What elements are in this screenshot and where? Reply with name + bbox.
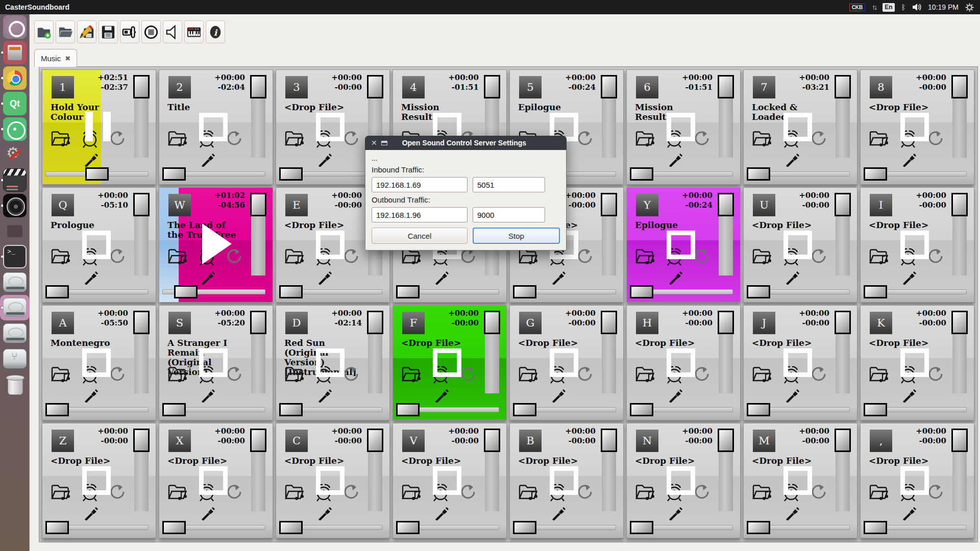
seek-handle[interactable]	[864, 285, 887, 298]
seek-handle[interactable]	[279, 167, 303, 181]
load-file-icon[interactable]	[283, 482, 306, 502]
seek-slider[interactable]	[864, 167, 967, 181]
sound-tile-I[interactable]: I +00:00 -00:00 <Drop File>	[860, 187, 974, 303]
color-picker-icon[interactable]	[551, 388, 566, 403]
volume-slider[interactable]	[251, 311, 265, 393]
seek-slider[interactable]	[396, 403, 499, 417]
volume-slider[interactable]	[952, 193, 967, 276]
volume-handle[interactable]	[133, 193, 150, 216]
volume-handle[interactable]	[951, 311, 968, 334]
color-picker-icon[interactable]	[785, 270, 800, 285]
launcher-item-usb-drive[interactable]	[0, 346, 30, 371]
bluetooth-icon[interactable]: ᛒ	[901, 3, 905, 11]
color-picker-icon[interactable]	[317, 506, 332, 520]
seek-slider[interactable]	[279, 285, 382, 299]
load-file-icon[interactable]	[634, 128, 656, 148]
sound-tile-K[interactable]: K +00:00 -00:00 <Drop File>	[860, 305, 974, 420]
volume-handle[interactable]	[133, 75, 150, 98]
color-picker-icon[interactable]	[785, 506, 800, 520]
volume-slider[interactable]	[602, 311, 616, 393]
color-picker-icon[interactable]	[434, 388, 449, 403]
sound-tile-V[interactable]: V +00:00 -00:00 <Drop File>	[393, 423, 507, 538]
volume-slider[interactable]	[952, 311, 967, 393]
seek-slider[interactable]	[513, 403, 616, 417]
color-picker-icon[interactable]	[668, 388, 683, 403]
seek-slider[interactable]	[279, 520, 382, 535]
color-picker-icon[interactable]	[83, 388, 99, 403]
launcher-item-speaker[interactable]	[0, 193, 30, 218]
volume-slider[interactable]	[719, 311, 733, 393]
seek-handle[interactable]	[279, 403, 303, 416]
seek-slider[interactable]	[45, 520, 149, 535]
sound-tile-8[interactable]: 8 +00:00 -00:00 <Drop File>	[860, 69, 974, 185]
color-picker-icon[interactable]	[785, 153, 800, 167]
volume-handle[interactable]	[250, 429, 266, 452]
sound-tile-W[interactable]: W +01:02 -04:56 The Land of the Truly Fr…	[159, 187, 273, 303]
seek-handle[interactable]	[45, 403, 69, 416]
color-picker-icon[interactable]	[200, 270, 215, 285]
seek-handle[interactable]	[85, 167, 109, 181]
color-picker-icon[interactable]	[434, 506, 449, 520]
volume-handle[interactable]	[250, 75, 266, 98]
new-board-button[interactable]	[34, 20, 54, 43]
color-picker-icon[interactable]	[785, 388, 800, 403]
sound-tile-X[interactable]: X +00:00 -00:00 <Drop File>	[159, 423, 273, 538]
volume-slider[interactable]	[719, 429, 733, 511]
volume-handle[interactable]	[367, 429, 383, 452]
volume-handle[interactable]	[835, 193, 851, 216]
sound-tile-G[interactable]: G +00:00 -00:00 <Drop File>	[509, 305, 624, 420]
volume-slider[interactable]	[836, 75, 850, 158]
sound-tile-B[interactable]: B +00:00 -00:00 <Drop File>	[509, 423, 624, 538]
load-file-icon[interactable]	[166, 364, 189, 384]
seek-handle[interactable]	[513, 521, 536, 534]
color-picker-icon[interactable]	[200, 388, 215, 403]
volume-handle[interactable]	[484, 429, 500, 452]
color-picker-icon[interactable]	[83, 153, 99, 167]
volume-slider[interactable]	[134, 429, 149, 511]
sound-tile-H[interactable]: H +00:00 -00:00 <Drop File>	[626, 305, 741, 420]
volume-handle[interactable]	[250, 193, 266, 216]
volume-slider[interactable]	[836, 311, 850, 393]
sound-tile-7[interactable]: 7 +00:00 -03:21 Locked & Loaded	[743, 69, 857, 185]
volume-handle[interactable]	[951, 193, 968, 216]
color-picker-icon[interactable]	[551, 506, 566, 520]
dialog-titlebar[interactable]: ✕ Open Sound Control Server Settings	[365, 136, 567, 150]
volume-handle[interactable]	[951, 75, 968, 98]
seek-slider[interactable]	[396, 520, 499, 535]
load-file-icon[interactable]	[166, 482, 189, 502]
save-board-as-button[interactable]	[77, 20, 96, 43]
seek-handle[interactable]	[162, 403, 186, 416]
volume-slider[interactable]	[485, 429, 499, 511]
volume-slider[interactable]	[602, 429, 616, 511]
window-menu-icon[interactable]	[381, 141, 387, 145]
color-picker-icon[interactable]	[83, 506, 99, 520]
load-file-icon[interactable]	[50, 246, 72, 266]
launcher-item-drive[interactable]	[0, 269, 30, 295]
about-info-button[interactable]: i	[206, 20, 225, 43]
color-picker-icon[interactable]	[901, 270, 917, 285]
seek-slider[interactable]	[630, 167, 733, 181]
sound-tile-Q[interactable]: Q +00:00 -05:10 Prologue	[42, 187, 156, 303]
volume-handle[interactable]	[835, 75, 851, 98]
volume-slider[interactable]	[251, 75, 265, 158]
seek-handle[interactable]	[747, 521, 770, 534]
launcher-item-terminal[interactable]: >_	[0, 244, 30, 269]
volume-handle[interactable]	[250, 311, 266, 334]
volume-slider[interactable]	[952, 429, 967, 511]
volume-slider[interactable]	[602, 193, 616, 276]
seek-slider[interactable]	[864, 403, 967, 417]
seek-handle[interactable]	[747, 285, 770, 298]
volume-handle[interactable]	[133, 429, 150, 452]
seek-handle[interactable]	[279, 285, 303, 298]
seek-handle[interactable]	[864, 167, 887, 181]
volume-handle[interactable]	[718, 75, 734, 98]
network-arrows-icon[interactable]: ↑↓	[872, 3, 876, 11]
launcher-item-drive2[interactable]	[0, 320, 30, 346]
volume-slider[interactable]	[134, 75, 149, 158]
sound-tile-Y[interactable]: Y +00:00 -00:24 Epilogue	[626, 187, 741, 303]
load-file-icon[interactable]	[50, 128, 72, 148]
load-file-icon[interactable]	[634, 482, 656, 502]
volume-slider[interactable]	[251, 193, 265, 276]
load-file-icon[interactable]	[50, 364, 72, 384]
seek-slider[interactable]	[747, 285, 850, 299]
